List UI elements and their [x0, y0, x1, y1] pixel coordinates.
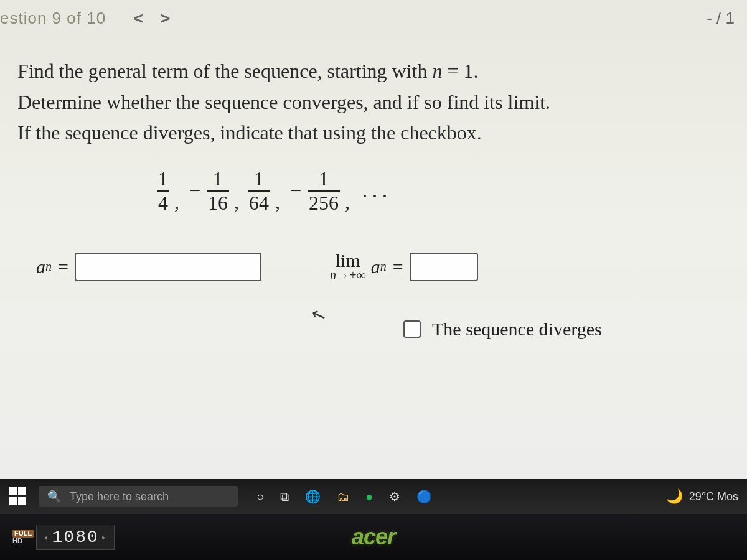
sequence-display: 14 , − 116 , 164 , − 1256 , . . . — [154, 167, 730, 215]
spotify-icon[interactable]: ● — [365, 490, 373, 504]
an-answer-group: an = — [36, 253, 261, 281]
problem-prompt: Find the general term of the sequence, s… — [17, 56, 730, 149]
search-placeholder: Type here to search — [70, 490, 169, 503]
question-counter: estion 9 of 10 — [0, 9, 106, 28]
windows-taskbar: 🔍 Type here to search ○ ⧉ 🌐 🗂 ● ⚙ 🔵 🌙 29… — [0, 479, 747, 514]
an-input[interactable] — [75, 253, 261, 281]
acer-logo: acer — [352, 524, 395, 550]
task-view-icon[interactable]: ⧉ — [280, 490, 289, 504]
search-icon: 🔍 — [47, 490, 61, 503]
prev-question-button[interactable]: < — [125, 9, 152, 27]
resolution-badge: FULL HD ◂ 1080 ▸ — [12, 525, 115, 550]
limit-answer-group: lim n→+∞ an = — [330, 252, 478, 282]
file-explorer-icon[interactable]: 🗂 — [337, 490, 349, 504]
score-display: - / 1 — [707, 9, 741, 28]
start-button[interactable] — [9, 487, 27, 506]
edge-icon[interactable]: 🌐 — [305, 489, 321, 504]
taskbar-search[interactable]: 🔍 Type here to search — [39, 486, 238, 507]
chrome-icon[interactable]: 🔵 — [416, 489, 432, 504]
settings-icon[interactable]: ⚙ — [389, 489, 400, 504]
cursor-icon: ↖ — [308, 303, 329, 327]
monitor-bezel: FULL HD ◂ 1080 ▸ acer — [0, 514, 747, 560]
limit-input[interactable] — [410, 253, 478, 281]
diverges-checkbox[interactable] — [403, 320, 421, 338]
cortana-icon[interactable]: ○ — [256, 490, 264, 504]
next-question-button[interactable]: > — [152, 9, 179, 27]
diverges-label: The sequence diverges — [432, 319, 602, 340]
weather-widget[interactable]: 🌙 29°C Mos — [666, 488, 738, 505]
moon-icon: 🌙 — [666, 488, 683, 505]
